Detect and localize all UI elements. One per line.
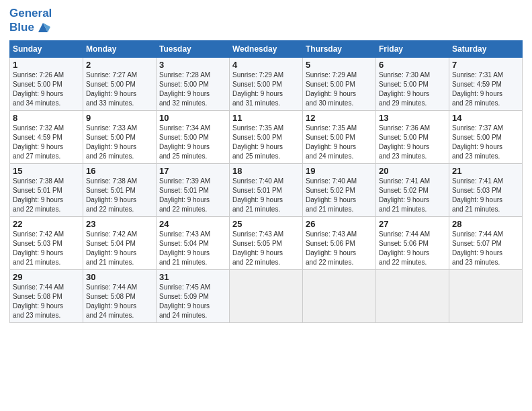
logo-icon — [36, 20, 50, 35]
calendar-cell: 27Sunrise: 7:44 AM Sunset: 5:06 PM Dayli… — [376, 216, 449, 269]
day-detail: Sunrise: 7:28 AM Sunset: 5:00 PM Dayligh… — [159, 71, 226, 108]
day-number: 14 — [452, 113, 519, 123]
calendar-cell: 22Sunrise: 7:42 AM Sunset: 5:03 PM Dayli… — [10, 216, 83, 269]
weekday-header-tuesday: Tuesday — [157, 40, 230, 57]
calendar-cell: 1Sunrise: 7:26 AM Sunset: 5:00 PM Daylig… — [10, 57, 83, 110]
day-number: 16 — [86, 166, 153, 176]
logo: General Blue — [9, 7, 52, 35]
day-number: 13 — [379, 113, 446, 123]
day-number: 30 — [86, 272, 153, 282]
weekday-header-thursday: Thursday — [303, 40, 376, 57]
day-detail: Sunrise: 7:32 AM Sunset: 4:59 PM Dayligh… — [13, 124, 80, 161]
day-detail: Sunrise: 7:41 AM Sunset: 5:03 PM Dayligh… — [452, 177, 519, 214]
calendar-cell: 31Sunrise: 7:45 AM Sunset: 5:09 PM Dayli… — [157, 269, 230, 322]
day-detail: Sunrise: 7:44 AM Sunset: 5:07 PM Dayligh… — [452, 230, 519, 267]
day-detail: Sunrise: 7:26 AM Sunset: 5:00 PM Dayligh… — [13, 71, 80, 108]
weekday-header-monday: Monday — [83, 40, 157, 57]
day-detail: Sunrise: 7:43 AM Sunset: 5:04 PM Dayligh… — [159, 230, 226, 267]
day-number: 7 — [452, 60, 519, 70]
day-detail: Sunrise: 7:34 AM Sunset: 5:00 PM Dayligh… — [159, 124, 226, 161]
calendar-cell: 17Sunrise: 7:39 AM Sunset: 5:01 PM Dayli… — [157, 163, 230, 216]
logo-text-line2: Blue — [9, 21, 34, 34]
weekday-header-friday: Friday — [376, 40, 449, 57]
day-detail: Sunrise: 7:41 AM Sunset: 5:02 PM Dayligh… — [379, 177, 446, 214]
calendar-cell: 5Sunrise: 7:29 AM Sunset: 5:00 PM Daylig… — [303, 57, 376, 110]
day-detail: Sunrise: 7:30 AM Sunset: 5:00 PM Dayligh… — [379, 71, 446, 108]
day-detail: Sunrise: 7:29 AM Sunset: 5:00 PM Dayligh… — [232, 71, 300, 108]
calendar-cell: 4Sunrise: 7:29 AM Sunset: 5:00 PM Daylig… — [230, 57, 303, 110]
day-number: 10 — [159, 113, 226, 123]
calendar-cell: 7Sunrise: 7:31 AM Sunset: 4:59 PM Daylig… — [449, 57, 523, 110]
day-detail: Sunrise: 7:44 AM Sunset: 5:06 PM Dayligh… — [379, 230, 446, 267]
day-number: 21 — [452, 166, 519, 176]
day-number: 12 — [306, 113, 373, 123]
weekday-header-sunday: Sunday — [10, 40, 83, 57]
day-number: 31 — [159, 272, 226, 282]
day-number: 23 — [86, 219, 153, 229]
calendar-cell: 23Sunrise: 7:42 AM Sunset: 5:04 PM Dayli… — [83, 216, 157, 269]
day-number: 22 — [13, 219, 80, 229]
calendar-cell: 30Sunrise: 7:44 AM Sunset: 5:08 PM Dayli… — [83, 269, 157, 322]
day-number: 5 — [306, 60, 373, 70]
weekday-header-saturday: Saturday — [449, 40, 523, 57]
day-detail: Sunrise: 7:29 AM Sunset: 5:00 PM Dayligh… — [306, 71, 373, 108]
calendar-cell: 16Sunrise: 7:38 AM Sunset: 5:01 PM Dayli… — [83, 163, 157, 216]
day-number: 29 — [13, 272, 80, 282]
day-detail: Sunrise: 7:43 AM Sunset: 5:06 PM Dayligh… — [306, 230, 373, 267]
calendar-cell: 26Sunrise: 7:43 AM Sunset: 5:06 PM Dayli… — [303, 216, 376, 269]
calendar-cell: 8Sunrise: 7:32 AM Sunset: 4:59 PM Daylig… — [10, 110, 83, 163]
calendar-cell — [376, 269, 449, 322]
day-detail: Sunrise: 7:37 AM Sunset: 5:00 PM Dayligh… — [452, 124, 519, 161]
calendar-cell: 29Sunrise: 7:44 AM Sunset: 5:08 PM Dayli… — [10, 269, 83, 322]
calendar-cell: 2Sunrise: 7:27 AM Sunset: 5:00 PM Daylig… — [83, 57, 157, 110]
day-number: 28 — [452, 219, 519, 229]
calendar-cell: 19Sunrise: 7:40 AM Sunset: 5:02 PM Dayli… — [303, 163, 376, 216]
calendar-cell: 25Sunrise: 7:43 AM Sunset: 5:05 PM Dayli… — [230, 216, 303, 269]
calendar-cell — [449, 269, 523, 322]
day-number: 26 — [306, 219, 373, 229]
header: General Blue — [9, 7, 523, 35]
day-detail: Sunrise: 7:40 AM Sunset: 5:02 PM Dayligh… — [306, 177, 373, 214]
calendar-cell: 12Sunrise: 7:35 AM Sunset: 5:00 PM Dayli… — [303, 110, 376, 163]
day-detail: Sunrise: 7:38 AM Sunset: 5:01 PM Dayligh… — [86, 177, 153, 214]
calendar-cell: 14Sunrise: 7:37 AM Sunset: 5:00 PM Dayli… — [449, 110, 523, 163]
day-number: 25 — [232, 219, 300, 229]
page-container: General Blue SundayMondayTuesdayWednesda… — [0, 0, 532, 330]
day-detail: Sunrise: 7:42 AM Sunset: 5:03 PM Dayligh… — [13, 230, 80, 267]
day-detail: Sunrise: 7:45 AM Sunset: 5:09 PM Dayligh… — [159, 283, 226, 320]
calendar-cell — [230, 269, 303, 322]
day-number: 4 — [232, 60, 300, 70]
calendar-cell: 9Sunrise: 7:33 AM Sunset: 5:00 PM Daylig… — [83, 110, 157, 163]
day-detail: Sunrise: 7:36 AM Sunset: 5:00 PM Dayligh… — [379, 124, 446, 161]
weekday-header-wednesday: Wednesday — [230, 40, 303, 57]
calendar-table: SundayMondayTuesdayWednesdayThursdayFrid… — [9, 40, 523, 323]
day-number: 20 — [379, 166, 446, 176]
day-detail: Sunrise: 7:40 AM Sunset: 5:01 PM Dayligh… — [232, 177, 300, 214]
day-detail: Sunrise: 7:38 AM Sunset: 5:01 PM Dayligh… — [13, 177, 80, 214]
day-number: 27 — [379, 219, 446, 229]
day-detail: Sunrise: 7:43 AM Sunset: 5:05 PM Dayligh… — [232, 230, 300, 267]
calendar-cell: 20Sunrise: 7:41 AM Sunset: 5:02 PM Dayli… — [376, 163, 449, 216]
day-detail: Sunrise: 7:31 AM Sunset: 4:59 PM Dayligh… — [452, 71, 519, 108]
day-number: 15 — [13, 166, 80, 176]
calendar-cell: 11Sunrise: 7:35 AM Sunset: 5:00 PM Dayli… — [230, 110, 303, 163]
day-detail: Sunrise: 7:35 AM Sunset: 5:00 PM Dayligh… — [232, 124, 300, 161]
day-number: 6 — [379, 60, 446, 70]
day-number: 24 — [159, 219, 226, 229]
calendar-cell: 15Sunrise: 7:38 AM Sunset: 5:01 PM Dayli… — [10, 163, 83, 216]
calendar-cell: 18Sunrise: 7:40 AM Sunset: 5:01 PM Dayli… — [230, 163, 303, 216]
day-detail: Sunrise: 7:42 AM Sunset: 5:04 PM Dayligh… — [86, 230, 153, 267]
calendar-cell: 3Sunrise: 7:28 AM Sunset: 5:00 PM Daylig… — [157, 57, 230, 110]
calendar-cell — [303, 269, 376, 322]
day-number: 3 — [159, 60, 226, 70]
day-number: 17 — [159, 166, 226, 176]
day-detail: Sunrise: 7:33 AM Sunset: 5:00 PM Dayligh… — [86, 124, 153, 161]
day-detail: Sunrise: 7:44 AM Sunset: 5:08 PM Dayligh… — [13, 283, 80, 320]
day-number: 2 — [86, 60, 153, 70]
day-number: 19 — [306, 166, 373, 176]
day-number: 18 — [232, 166, 300, 176]
calendar-cell: 13Sunrise: 7:36 AM Sunset: 5:00 PM Dayli… — [376, 110, 449, 163]
day-detail: Sunrise: 7:27 AM Sunset: 5:00 PM Dayligh… — [86, 71, 153, 108]
logo-text-line1: General — [9, 7, 52, 19]
day-number: 9 — [86, 113, 153, 123]
